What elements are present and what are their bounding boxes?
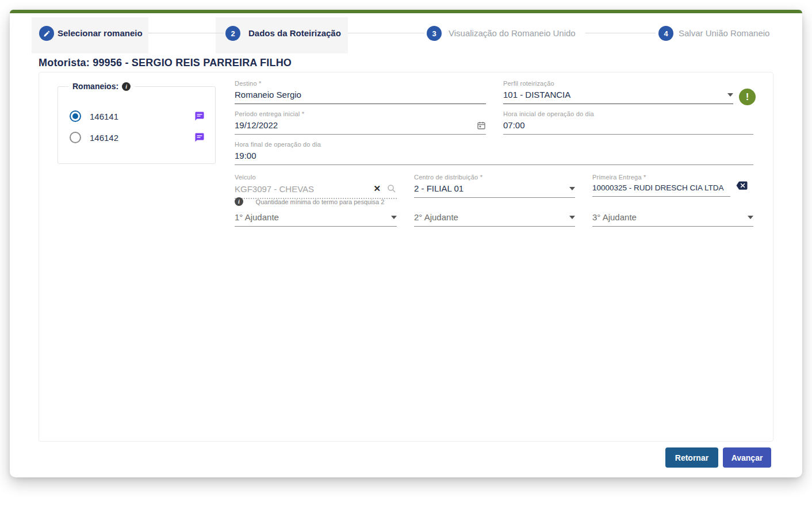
page-title: Motorista: 99956 - SERGIO REIS PARREIRA … xyxy=(39,57,292,69)
chevron-down-icon[interactable] xyxy=(727,93,733,97)
chat-icon[interactable] xyxy=(194,132,205,143)
chevron-down-icon[interactable] xyxy=(569,187,575,190)
radio-label: 146141 xyxy=(90,112,118,121)
veiculo-hint: i Quantidade mínima do termo para pesqui… xyxy=(235,197,397,206)
romaneios-fieldset: Romaneios: i 146141 146142 xyxy=(58,86,216,164)
hint-info-icon[interactable]: i xyxy=(235,197,243,206)
backspace-clear-icon[interactable] xyxy=(735,180,749,191)
chat-icon[interactable] xyxy=(194,111,205,121)
calendar-icon[interactable] xyxy=(477,121,486,130)
avancar-button[interactable]: Avançar xyxy=(723,447,771,468)
step4-circle[interactable]: 4 xyxy=(658,26,673,41)
destino-label: Destino * xyxy=(235,80,486,87)
hora-inicial-input[interactable]: 07:00 xyxy=(503,120,753,135)
hint-text: Quantidade mínima do termo para pesquisa… xyxy=(243,198,397,205)
hora-final-field: Hora final de operação do dia 19:00 xyxy=(235,141,753,165)
step1-label[interactable]: Selecionar romaneio xyxy=(58,28,143,38)
search-icon[interactable] xyxy=(386,183,397,194)
periodo-entrega-field: Periodo entrega inicial * 19/12/2022 xyxy=(235,110,486,135)
step2-label[interactable]: Dados da Roteirização xyxy=(248,28,341,38)
radio-selected-icon[interactable] xyxy=(70,110,81,122)
step4-number: 4 xyxy=(664,29,668,38)
veiculo-label: Veiculo xyxy=(235,174,397,181)
hora-inicial-field: Hora inicial de operação do dia 07:00 xyxy=(503,110,753,135)
primeira-entrega-field: Primeira Entrega * 10000325 - RUDI DRESC… xyxy=(592,174,730,197)
destino-field: Destino * Romaneio Sergio xyxy=(235,80,486,104)
ajudante3-input[interactable]: 3° Ajudante xyxy=(592,212,753,227)
step2-circle[interactable]: 2 xyxy=(225,26,240,41)
periodo-input[interactable]: 19/12/2022 xyxy=(235,120,486,135)
clear-x-icon[interactable]: ✕ xyxy=(373,183,381,194)
step3-label[interactable]: Visualização do Romaneio Unido xyxy=(449,28,576,38)
step3-circle[interactable]: 3 xyxy=(427,26,442,41)
centro-label: Centro de distribuição * xyxy=(414,174,575,181)
radio-option-146141[interactable]: 146141 xyxy=(70,110,205,123)
perfil-roteirizacao-field: Perfil roteirização 101 - DISTANCIA xyxy=(503,80,733,104)
ajudante3-select[interactable]: 3° Ajudante xyxy=(592,212,753,227)
veiculo-field: Veiculo KGF3097 - CHEVAS ✕ xyxy=(235,174,397,199)
radio-label: 146142 xyxy=(90,133,118,143)
centro-distribuicao-field: Centro de distribuição * 2 - FILIAL 01 xyxy=(414,174,575,198)
perfil-label: Perfil roteirização xyxy=(503,80,733,87)
ajudante1-select[interactable]: 1° Ajudante xyxy=(235,212,397,227)
pencil-icon xyxy=(43,30,51,37)
step-connector-2 xyxy=(348,33,424,33)
hora-final-label: Hora final de operação do dia xyxy=(235,141,753,148)
step-connector-3 xyxy=(585,33,656,33)
centro-select[interactable]: 2 - FILIAL 01 xyxy=(414,183,575,198)
destino-input[interactable]: Romaneio Sergio xyxy=(235,90,486,104)
hora-inicial-label: Hora inicial de operação do dia xyxy=(503,110,753,117)
romaneios-legend-text: Romaneios: xyxy=(72,82,118,91)
radio-unselected-icon[interactable] xyxy=(70,132,81,143)
ajudante1-input[interactable]: 1° Ajudante xyxy=(235,212,397,227)
step-connector-1 xyxy=(148,33,224,33)
step1-circle[interactable] xyxy=(39,26,54,41)
chevron-down-icon[interactable] xyxy=(748,216,753,219)
romaneios-legend: Romaneios: i xyxy=(68,82,135,91)
hora-final-input[interactable]: 19:00 xyxy=(235,151,753,165)
chevron-down-icon[interactable] xyxy=(391,216,397,219)
radio-option-146142[interactable]: 146142 xyxy=(70,131,205,144)
info-icon[interactable]: i xyxy=(122,82,131,91)
veiculo-input[interactable]: KGF3097 - CHEVAS ✕ xyxy=(235,183,397,199)
perfil-select[interactable]: 101 - DISTANCIA xyxy=(503,90,733,104)
periodo-label: Periodo entrega inicial * xyxy=(235,110,486,117)
alert-icon[interactable]: ! xyxy=(739,89,756,105)
step2-number: 2 xyxy=(231,29,235,38)
top-accent-bar xyxy=(10,10,802,13)
primeira-entrega-input[interactable]: 10000325 - RUDI DRESCH CIA LTDA xyxy=(592,183,730,197)
app-card: Selecionar romaneio 2 Dados da Roteiriza… xyxy=(10,10,802,477)
primeira-entrega-label: Primeira Entrega * xyxy=(592,174,730,181)
step3-number: 3 xyxy=(432,29,436,38)
retornar-button[interactable]: Retornar xyxy=(665,447,718,468)
ajudante2-select[interactable]: 2° Ajudante xyxy=(414,212,575,227)
step4-label[interactable]: Salvar União Romaneio xyxy=(679,28,769,38)
ajudante2-input[interactable]: 2° Ajudante xyxy=(414,212,575,227)
chevron-down-icon[interactable] xyxy=(569,216,575,219)
